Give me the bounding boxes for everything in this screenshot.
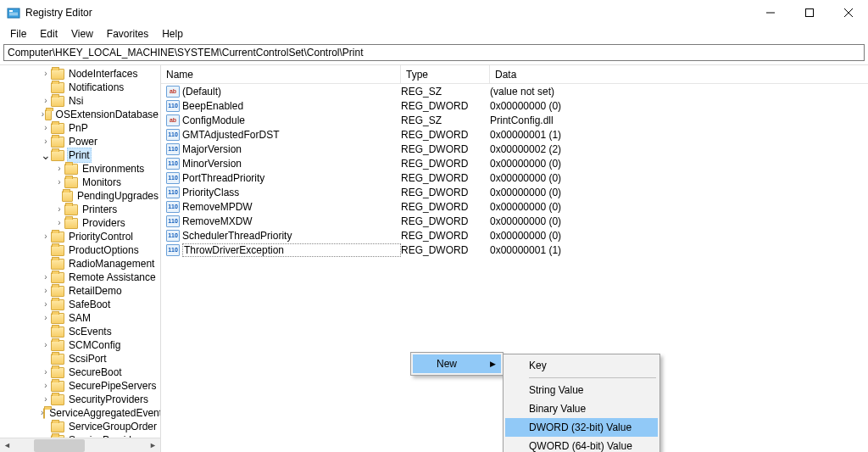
expand-icon[interactable]: › xyxy=(41,271,51,284)
menu-view[interactable]: View xyxy=(64,26,100,42)
list-row[interactable]: 110GMTAdjustedForDSTREG_DWORD0x00000001 … xyxy=(161,127,868,142)
tree-item[interactable]: ScEvents xyxy=(0,325,160,338)
ctx-item-label: Key xyxy=(529,360,547,371)
menu-favorites[interactable]: Favorites xyxy=(100,26,155,42)
tree-item[interactable]: ›ServiceAggregatedEvents xyxy=(0,406,160,420)
tree-item[interactable]: ›Providers xyxy=(0,216,160,230)
svg-rect-1 xyxy=(9,10,13,12)
ctx-item[interactable]: DWORD (32-bit) Value xyxy=(505,418,658,437)
folder-icon xyxy=(62,191,73,202)
expand-icon[interactable]: › xyxy=(41,393,51,406)
tree-item[interactable]: ›Power xyxy=(0,135,160,148)
list-row[interactable]: 110BeepEnabledREG_DWORD0x00000000 (0) xyxy=(161,98,868,113)
tree-item-label: SecureBoot xyxy=(67,366,124,379)
tree-item-label: Remote Assistance xyxy=(67,271,158,284)
expand-icon[interactable]: › xyxy=(41,67,51,81)
expand-icon[interactable]: › xyxy=(54,162,64,176)
tree-item[interactable]: ›RetailDemo xyxy=(0,284,160,298)
tree-item[interactable]: ›SecurePipeServers xyxy=(0,379,160,393)
minimize-button[interactable] xyxy=(751,0,790,25)
expand-icon[interactable]: › xyxy=(41,284,51,298)
tree-item[interactable]: ProductOptions xyxy=(0,243,160,257)
expand-icon[interactable]: › xyxy=(41,366,51,379)
value-type: REG_DWORD xyxy=(401,187,490,198)
column-type[interactable]: Type xyxy=(401,65,490,83)
tree-item[interactable]: ›SafeBoot xyxy=(0,298,160,311)
value-data: 0x00000000 (0) xyxy=(490,172,868,184)
expand-icon[interactable]: › xyxy=(41,135,51,148)
expand-icon[interactable]: › xyxy=(41,379,51,393)
tree-item[interactable]: ›SCMConfig xyxy=(0,338,160,352)
folder-icon xyxy=(51,137,64,148)
list-row[interactable]: 110SchedulerThreadPriorityREG_DWORD0x000… xyxy=(161,228,868,243)
tree-item[interactable]: PendingUpgrades xyxy=(0,189,160,203)
svg-rect-2 xyxy=(9,13,18,14)
expand-icon[interactable]: › xyxy=(41,230,51,243)
list-row[interactable]: 110RemoveMPDWREG_DWORD0x00000000 (0) xyxy=(161,199,868,214)
tree-item[interactable]: ›Printers xyxy=(0,203,160,216)
collapse-icon[interactable]: ⌄ xyxy=(41,151,51,159)
scroll-left-icon[interactable]: ◄ xyxy=(0,438,14,453)
tree-item-label: PriorityControl xyxy=(67,230,135,243)
expand-icon[interactable]: › xyxy=(54,203,64,216)
column-data[interactable]: Data xyxy=(490,65,868,83)
tree-item[interactable]: ›PriorityControl xyxy=(0,230,160,243)
value-name: PortThreadPriority xyxy=(182,172,401,184)
ctx-item[interactable]: Binary Value xyxy=(505,399,658,418)
reg-binary-icon: 110 xyxy=(166,158,180,170)
list-row[interactable]: 110RemoveMXDWREG_DWORD0x00000000 (0) xyxy=(161,214,868,228)
values-list[interactable]: ab(Default)REG_SZ(value not set)110BeepE… xyxy=(161,84,868,257)
list-row[interactable]: 110ThrowDriverExceptionREG_DWORD0x000000… xyxy=(161,243,868,257)
ctx-item[interactable]: Key xyxy=(505,356,658,375)
tree-item[interactable]: ›Environments xyxy=(0,162,160,176)
tree-item[interactable]: ›PnP xyxy=(0,121,160,135)
tree-item[interactable]: ServiceGroupOrder xyxy=(0,420,160,433)
expand-icon[interactable]: › xyxy=(54,176,64,189)
tree-item[interactable]: ScsiPort xyxy=(0,352,160,366)
folder-icon xyxy=(51,394,64,405)
tree-item[interactable]: RadioManagement xyxy=(0,257,160,271)
tree-item[interactable]: Notifications xyxy=(0,81,160,94)
list-row[interactable]: 110PriorityClassREG_DWORD0x00000000 (0) xyxy=(161,185,868,199)
scroll-thumb[interactable] xyxy=(34,439,85,452)
menu-help[interactable]: Help xyxy=(155,26,190,42)
folder-icon xyxy=(51,326,64,338)
tree-horizontal-scrollbar[interactable]: ◄ ► xyxy=(0,438,160,452)
tree-item[interactable]: ›NodeInterfaces xyxy=(0,67,160,81)
close-button[interactable] xyxy=(829,0,868,25)
tree-item[interactable]: ⌄Print xyxy=(0,148,160,162)
menu-edit[interactable]: Edit xyxy=(33,26,64,42)
expand-icon[interactable]: › xyxy=(41,298,51,311)
list-row[interactable]: ab(Default)REG_SZ(value not set) xyxy=(161,84,868,98)
tree-item[interactable]: ›Monitors xyxy=(0,176,160,189)
maximize-button[interactable] xyxy=(790,0,829,25)
expand-icon[interactable]: › xyxy=(41,311,51,325)
registry-tree[interactable]: ›NodeInterfacesNotifications›Nsi›OSExten… xyxy=(0,65,160,438)
tree-item[interactable]: ›SAM xyxy=(0,311,160,325)
value-name: ConfigModule xyxy=(182,114,401,126)
folder-icon xyxy=(51,340,64,351)
scroll-right-icon[interactable]: ► xyxy=(146,438,160,453)
list-row[interactable]: abConfigModuleREG_SZPrintConfig.dll xyxy=(161,113,868,127)
tree-item[interactable]: ›Remote Assistance xyxy=(0,271,160,284)
column-name[interactable]: Name xyxy=(161,65,401,83)
list-row[interactable]: 110MajorVersionREG_DWORD0x00000002 (2) xyxy=(161,142,868,156)
expand-icon[interactable]: › xyxy=(41,338,51,352)
ctx-item[interactable]: QWORD (64-bit) Value xyxy=(505,437,658,452)
list-row[interactable]: 110PortThreadPriorityREG_DWORD0x00000000… xyxy=(161,170,868,185)
expand-icon[interactable]: › xyxy=(41,121,51,135)
tree-item[interactable]: ›SecureBoot xyxy=(0,366,160,379)
ctx-item-new[interactable]: New ▶ xyxy=(413,354,501,373)
list-header: Name Type Data xyxy=(161,65,868,84)
expand-icon[interactable]: › xyxy=(54,216,64,230)
expand-icon[interactable]: › xyxy=(41,94,51,108)
list-row[interactable]: 110MinorVersionREG_DWORD0x00000000 (0) xyxy=(161,156,868,170)
menu-file[interactable]: File xyxy=(3,26,33,42)
tree-item[interactable]: ›Nsi xyxy=(0,94,160,108)
tree-item[interactable]: ›SecurityProviders xyxy=(0,393,160,406)
svg-rect-5 xyxy=(806,9,814,17)
context-menu-new-submenu: KeyString ValueBinary ValueDWORD (32-bit… xyxy=(503,354,660,452)
ctx-item[interactable]: String Value xyxy=(505,381,658,399)
address-bar[interactable]: Computer\HKEY_LOCAL_MACHINE\SYSTEM\Curre… xyxy=(3,44,865,61)
tree-item[interactable]: ›OSExtensionDatabase xyxy=(0,108,160,121)
